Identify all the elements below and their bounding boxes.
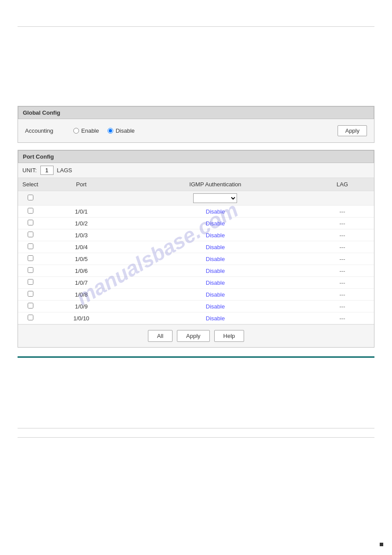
row7-checkbox-cell	[18, 277, 43, 289]
row7-checkbox[interactable]	[28, 279, 33, 285]
table-row: 1/0/2 Disable ---	[18, 218, 374, 229]
filter-lag-cell	[311, 191, 374, 206]
global-config-header: Global Config	[18, 106, 374, 119]
row7-port: 1/0/7	[43, 277, 120, 289]
filter-row: Enable Disable	[18, 191, 374, 206]
row10-checkbox-cell	[18, 312, 43, 324]
bottom-buttons-bar: All Apply Help	[18, 324, 374, 347]
radio-disable-label: Disable	[115, 127, 134, 134]
row1-checkbox[interactable]	[28, 208, 33, 214]
unit-row: UNIT: LAGS	[18, 163, 374, 178]
bottom-thin-divider	[18, 428, 374, 428]
row1-igmp: Disable	[120, 206, 310, 218]
row1-lag: ---	[311, 206, 374, 218]
table-row: 1/0/9 Disable ---	[18, 301, 374, 312]
row9-lag: ---	[311, 301, 374, 312]
help-button[interactable]: Help	[214, 330, 245, 342]
select-all-checkbox[interactable]	[28, 195, 33, 200]
row10-port: 1/0/10	[43, 312, 120, 324]
row8-lag: ---	[311, 289, 374, 301]
table-row: 1/0/8 Disable ---	[18, 289, 374, 301]
col-lag-label: LAG	[337, 181, 348, 188]
port-config-apply-button[interactable]: Apply	[177, 330, 210, 342]
table-row: 1/0/1 Disable ---	[18, 206, 374, 218]
port-config-header: Port Config	[18, 150, 374, 163]
row6-igmp: Disable	[120, 265, 310, 277]
row5-igmp: Disable	[120, 253, 310, 265]
row4-igmp: Disable	[120, 241, 310, 253]
row5-port: 1/0/5	[43, 253, 120, 265]
filter-checkbox-cell	[18, 191, 43, 206]
row8-checkbox-cell	[18, 289, 43, 301]
table-row: 1/0/6 Disable ---	[18, 265, 374, 277]
row2-port: 1/0/2	[43, 218, 120, 229]
row2-checkbox[interactable]	[28, 220, 33, 225]
row2-igmp: Disable	[120, 218, 310, 229]
igmp-filter-dropdown[interactable]: Enable Disable	[193, 193, 237, 203]
accounting-label: Accounting	[25, 127, 60, 134]
row3-port: 1/0/3	[43, 229, 120, 241]
lags-label: LAGS	[57, 167, 72, 174]
port-config-section: Port Config UNIT: LAGS Select Port	[18, 150, 374, 348]
row9-port: 1/0/9	[43, 301, 120, 312]
row7-igmp: Disable	[120, 277, 310, 289]
table-row: 1/0/4 Disable ---	[18, 241, 374, 253]
port-config-title: Port Config	[23, 153, 54, 160]
row5-checkbox[interactable]	[28, 255, 33, 261]
col-lag: LAG	[311, 178, 374, 191]
unit-label: UNIT:	[22, 167, 37, 174]
row4-port: 1/0/4	[43, 241, 120, 253]
table-row: 1/0/7 Disable ---	[18, 277, 374, 289]
row9-checkbox-cell	[18, 301, 43, 312]
radio-disable-option[interactable]: Disable	[108, 127, 134, 134]
row1-port: 1/0/1	[43, 206, 120, 218]
row6-lag: ---	[311, 265, 374, 277]
radio-group: Enable Disable	[73, 127, 135, 134]
col-igmp-label: IGMP Authentication	[189, 181, 241, 188]
radio-enable-label: Enable	[81, 127, 99, 134]
row10-checkbox[interactable]	[28, 315, 33, 320]
table-row: 1/0/10 Disable ---	[18, 312, 374, 324]
row8-port: 1/0/8	[43, 289, 120, 301]
col-port: Port	[43, 178, 120, 191]
row4-checkbox-cell	[18, 241, 43, 253]
radio-enable-option[interactable]: Enable	[73, 127, 99, 134]
radio-enable[interactable]	[73, 128, 79, 134]
unit-input[interactable]	[40, 166, 54, 175]
row6-checkbox-cell	[18, 265, 43, 277]
row4-checkbox[interactable]	[28, 243, 33, 249]
filter-port-cell	[43, 191, 120, 206]
row3-checkbox[interactable]	[28, 232, 33, 237]
global-config-title: Global Config	[23, 109, 60, 116]
row3-checkbox-cell	[18, 229, 43, 241]
row3-igmp: Disable	[120, 229, 310, 241]
all-button[interactable]: All	[148, 330, 173, 342]
small-square-decoration	[380, 543, 383, 546]
row3-lag: ---	[311, 229, 374, 241]
row8-igmp: Disable	[120, 289, 310, 301]
bottom-teal-divider	[18, 356, 374, 358]
row10-igmp: Disable	[120, 312, 310, 324]
port-table: Select Port IGMP Authentication LAG	[18, 178, 374, 324]
table-header-row: Select Port IGMP Authentication LAG	[18, 178, 374, 191]
col-igmp: IGMP Authentication	[120, 178, 310, 191]
top-divider	[18, 26, 374, 27]
row8-checkbox[interactable]	[28, 291, 33, 297]
table-row: 1/0/5 Disable ---	[18, 253, 374, 265]
radio-disable[interactable]	[108, 128, 113, 134]
accounting-row: Accounting Enable Disable	[25, 127, 135, 134]
row1-checkbox-cell	[18, 206, 43, 218]
row6-port: 1/0/6	[43, 265, 120, 277]
row6-checkbox[interactable]	[28, 267, 33, 273]
row2-checkbox-cell	[18, 218, 43, 229]
table-row: 1/0/3 Disable ---	[18, 229, 374, 241]
row10-lag: ---	[311, 312, 374, 324]
row2-lag: ---	[311, 218, 374, 229]
col-port-label: Port	[76, 181, 86, 188]
global-config-body: Accounting Enable Disable Apply	[18, 119, 374, 142]
global-config-section: Global Config Accounting Enable Disable	[18, 106, 374, 143]
global-config-apply-button[interactable]: Apply	[338, 125, 367, 136]
row9-checkbox[interactable]	[28, 303, 33, 308]
col-select: Select	[18, 178, 43, 191]
col-select-label: Select	[22, 181, 38, 188]
